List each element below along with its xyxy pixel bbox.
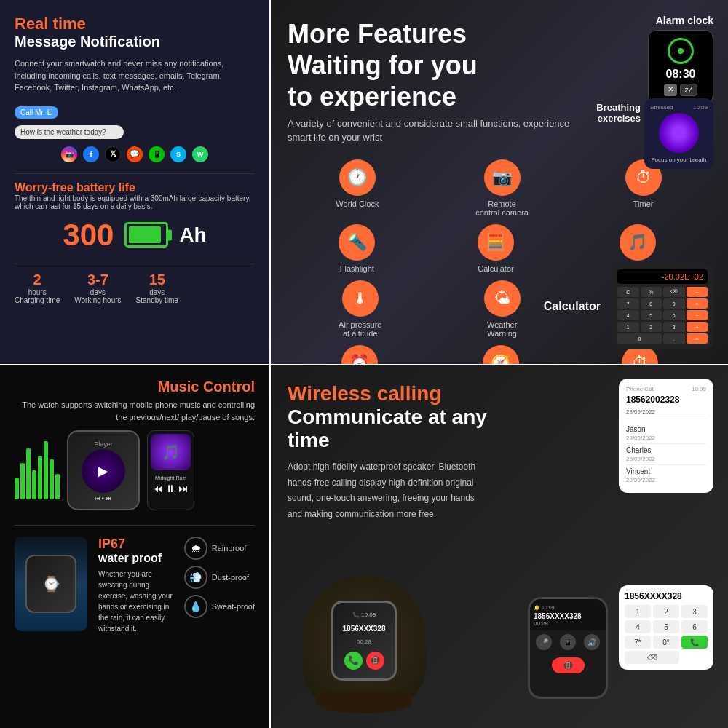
battery-icon — [124, 222, 168, 248]
calc-display: -20.02E+02 — [617, 269, 708, 284]
weather-label: WeatherWarning — [487, 320, 517, 338]
calc-btn-eq[interactable]: = — [687, 333, 708, 344]
features-subtitle: A variety of convenient and considerate … — [288, 116, 579, 145]
feature-world-clock: 🕐 World Clock — [336, 159, 379, 217]
feature-compass: 🧭 Compass — [483, 345, 519, 364]
features-row-1: 🕐 World Clock 📷 Remotecontrol camera ⏱ T… — [288, 159, 710, 217]
breathing-circle — [659, 113, 699, 153]
working-days-label: daysWorking hours — [74, 288, 121, 304]
equalizer-bars — [15, 441, 60, 499]
battery-heading: Worry-free battery life — [15, 181, 255, 194]
standby-time: 15 daysStandby time — [136, 272, 178, 304]
rainproof-icon: 🌧 — [184, 537, 207, 560]
waterproof-features: 🌧 Rainproof 💨 Dust-proof 💧 Sweat-proof — [184, 537, 255, 618]
calc-btn-min[interactable]: − — [687, 310, 708, 320]
key-7[interactable]: 7* — [625, 636, 651, 649]
panel-top-right: More Features Waiting for you to experie… — [269, 0, 728, 364]
feature-calculator: 🧮 Calculator — [478, 224, 514, 273]
feature-flashlight: 🔦 Flashlight — [339, 224, 375, 273]
calc-btn-c[interactable]: C — [617, 287, 639, 297]
notification-description: Connect your smartwatch and never miss a… — [15, 58, 255, 94]
calc-btn-pct[interactable]: % — [641, 287, 662, 297]
sweatproof-item: 💧 Sweat-proof — [184, 595, 255, 618]
music-control-desc: The watch supports switching mobile phon… — [15, 399, 255, 423]
panel-bottom-left: Music Control The watch supports switchi… — [0, 364, 269, 728]
music-area: Player ▶ ⏮ ▶ ⏭ 🎵 Midnight Rain ⏮ ⏸ ⏭ — [15, 430, 255, 510]
calc-btn-4[interactable]: 4 — [617, 310, 639, 320]
message-notification-title: Message Notification — [15, 33, 255, 50]
feature-weather: 🌤 WeatherWarning — [484, 280, 521, 338]
dustproof-icon: 💨 — [184, 566, 207, 589]
feature-alarm: ⏰ Alarm clock — [339, 345, 380, 364]
watch-mute-btn[interactable]: 🎤 — [536, 634, 552, 650]
line-icon: 📱 — [149, 146, 165, 162]
phone-date: 28/09/2022 — [626, 408, 706, 415]
dustproof-label: Dust-proof — [212, 573, 249, 582]
calc-btn-plus[interactable]: + — [687, 322, 708, 332]
key-2[interactable]: 2 — [653, 605, 679, 618]
watch-phone-btn[interactable]: 📱 — [560, 634, 576, 650]
panel-bottom-right: Wireless calling Communicate at any time… — [269, 364, 728, 728]
alarm-x-btn[interactable]: ✕ — [664, 84, 677, 96]
watch-call-actions: 🎤 📱 🔊 — [530, 630, 606, 654]
flashlight-icon: 🔦 — [339, 224, 375, 261]
key-5[interactable]: 5 — [653, 620, 679, 633]
alarm-icon: ⏰ — [341, 345, 378, 364]
ip67-badge: IP67 — [98, 537, 173, 552]
call-label: Call Mr. Li — [15, 106, 58, 119]
more-features-title: More Features Waiting for you to experie… — [288, 18, 579, 113]
wireless-desc: Adopt high-fidelity waterproof speaker, … — [288, 459, 491, 522]
hand-watch: 📞 10:09 1856XXX328 00:28 📞 📵 — [331, 601, 397, 681]
dustproof-item: 💨 Dust-proof — [184, 566, 255, 589]
waterproof-desc: Whether you are sweating during exercise… — [98, 569, 173, 634]
charge-hours-label: hoursCharging time — [15, 288, 60, 304]
chat-message: How is the weather today? — [15, 125, 124, 139]
calc-btn-6[interactable]: 6 — [663, 310, 685, 320]
calculator-label: Calculator — [544, 300, 601, 313]
alarm-clock-label: Alarm clock — [648, 15, 713, 26]
horizontal-divider-right — [269, 364, 728, 365]
instagram-icon: 📷 — [61, 146, 77, 162]
key-3[interactable]: 3 — [681, 605, 708, 618]
calc-btn-3[interactable]: 3 — [663, 322, 685, 332]
compass-icon: 🧭 — [483, 345, 519, 364]
standby-num: 15 — [149, 272, 165, 288]
accept-call-btn[interactable]: 📞 — [344, 652, 363, 670]
battery-desc: The thin and light body is equipped with… — [15, 194, 255, 210]
wireless-calling-title: Wireless calling — [288, 382, 506, 405]
key-6[interactable]: 6 — [681, 620, 708, 633]
watch-speaker-btn[interactable]: 🔊 — [584, 634, 600, 650]
calc-btn-div[interactable]: ⌫ — [663, 287, 685, 297]
calc-btn-9[interactable]: 9 — [663, 298, 685, 309]
calc-btn-1[interactable]: 1 — [617, 322, 639, 332]
calc-btn-dot[interactable]: . — [663, 333, 685, 344]
key-4[interactable]: 4 — [625, 620, 651, 633]
calculator-feature-label: Calculator — [478, 264, 514, 273]
calc-btn-7[interactable]: 7 — [617, 298, 639, 309]
calc-btn-0[interactable]: 0 — [617, 333, 662, 344]
calc-btn-mul[interactable]: × — [687, 298, 708, 309]
calc-btn-2[interactable]: 2 — [641, 322, 662, 332]
whatsapp-icon: W — [192, 146, 208, 162]
charge-stats: 2 hoursCharging time 3-7 daysWorking hou… — [15, 264, 255, 304]
breathing-label: Breathingexercises — [596, 102, 641, 124]
end-call-btn[interactable]: 📵 — [552, 657, 585, 673]
alarm-zz-btn[interactable]: zZ — [680, 84, 697, 96]
key-del[interactable]: ⌫ — [625, 651, 679, 664]
sweatproof-label: Sweat-proof — [212, 602, 255, 611]
key-0[interactable]: 0° — [653, 636, 679, 649]
calc-btn-8[interactable]: 8 — [641, 298, 662, 309]
world-clock-label: World Clock — [336, 199, 379, 208]
water-proof-title: water proof — [98, 552, 173, 565]
calc-btn-slash[interactable]: ÷ — [687, 287, 708, 297]
calc-btn-5[interactable]: 5 — [641, 310, 662, 320]
key-call[interactable]: 📞 — [681, 636, 708, 649]
remote-camera-label: Remotecontrol camera — [475, 199, 529, 217]
phone-call-card: Phone Call 10:09 18562002328 28/09/2022 … — [619, 379, 713, 493]
watch-calling-duration: 00:28 — [534, 620, 602, 627]
music-disc: ▶ — [82, 449, 125, 493]
watch-calling-number: 1856XXXX328 — [534, 612, 602, 620]
breathing-focus: Focus on your breath — [650, 157, 708, 163]
reject-call-btn[interactable]: 📵 — [366, 652, 384, 670]
key-1[interactable]: 1 — [625, 605, 651, 618]
